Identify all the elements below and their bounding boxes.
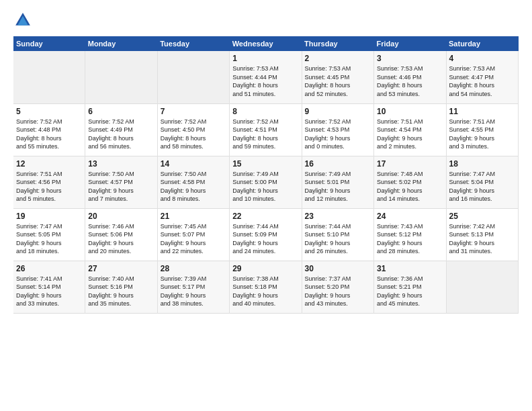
day-number: 19 [16,212,82,221]
day-cell: 30Sunrise: 7:37 AM Sunset: 5:20 PM Dayli… [302,261,373,313]
day-number: 8 [232,107,298,116]
day-cell: 13Sunrise: 7:50 AM Sunset: 4:57 PM Dayli… [85,156,157,208]
day-cell [157,51,229,103]
day-number: 9 [305,107,371,116]
day-number: 27 [88,264,154,273]
day-info: Sunrise: 7:53 AM Sunset: 4:45 PM Dayligh… [305,64,371,98]
day-number: 24 [377,212,443,221]
day-cell: 25Sunrise: 7:42 AM Sunset: 5:13 PM Dayli… [446,208,518,261]
day-number: 13 [88,159,154,169]
day-number: 12 [16,159,82,169]
day-cell: 10Sunrise: 7:51 AM Sunset: 4:54 PM Dayli… [374,103,446,156]
day-info: Sunrise: 7:44 AM Sunset: 5:10 PM Dayligh… [305,222,371,256]
day-number: 7 [161,107,226,116]
day-number: 25 [449,212,515,221]
day-info: Sunrise: 7:39 AM Sunset: 5:17 PM Dayligh… [161,275,226,308]
day-cell: 23Sunrise: 7:44 AM Sunset: 5:10 PM Dayli… [302,208,373,261]
day-info: Sunrise: 7:50 AM Sunset: 4:57 PM Dayligh… [88,170,154,203]
day-info: Sunrise: 7:51 AM Sunset: 4:54 PM Dayligh… [377,118,443,151]
day-info: Sunrise: 7:52 AM Sunset: 4:49 PM Dayligh… [88,118,154,151]
logo-icon [13,11,32,30]
day-info: Sunrise: 7:44 AM Sunset: 5:09 PM Dayligh… [232,222,298,256]
col-wednesday: Wednesday [230,36,302,51]
day-info: Sunrise: 7:36 AM Sunset: 5:21 PM Dayligh… [377,275,443,308]
day-info: Sunrise: 7:45 AM Sunset: 5:07 PM Dayligh… [161,222,226,256]
day-number: 26 [16,264,82,273]
day-info: Sunrise: 7:49 AM Sunset: 5:00 PM Dayligh… [232,170,298,203]
day-number: 18 [449,159,515,169]
day-info: Sunrise: 7:43 AM Sunset: 5:12 PM Dayligh… [377,222,443,256]
day-cell: 7Sunrise: 7:52 AM Sunset: 4:50 PM Daylig… [157,103,229,156]
col-friday: Friday [374,36,446,51]
day-info: Sunrise: 7:48 AM Sunset: 5:02 PM Dayligh… [377,170,443,203]
day-cell: 15Sunrise: 7:49 AM Sunset: 5:00 PM Dayli… [230,156,302,208]
day-info: Sunrise: 7:53 AM Sunset: 4:47 PM Dayligh… [449,64,515,98]
day-cell: 20Sunrise: 7:46 AM Sunset: 5:06 PM Dayli… [85,208,157,261]
day-cell: 3Sunrise: 7:53 AM Sunset: 4:46 PM Daylig… [374,51,446,103]
day-info: Sunrise: 7:52 AM Sunset: 4:51 PM Dayligh… [232,118,298,151]
day-cell: 11Sunrise: 7:51 AM Sunset: 4:55 PM Dayli… [446,103,518,156]
day-info: Sunrise: 7:51 AM Sunset: 4:55 PM Dayligh… [449,118,515,151]
calendar-table: SundayMondayTuesdayWednesdayThursdayFrid… [13,36,519,314]
day-cell: 16Sunrise: 7:49 AM Sunset: 5:01 PM Dayli… [302,156,373,208]
day-cell [446,261,518,313]
day-number: 29 [232,264,298,273]
col-sunday: Sunday [13,36,85,51]
col-thursday: Thursday [302,36,373,51]
day-number: 2 [305,54,371,63]
day-cell: 12Sunrise: 7:51 AM Sunset: 4:56 PM Dayli… [13,156,85,208]
day-info: Sunrise: 7:40 AM Sunset: 5:16 PM Dayligh… [88,275,154,308]
day-info: Sunrise: 7:53 AM Sunset: 4:44 PM Dayligh… [232,64,298,98]
day-cell [85,51,157,103]
header [13,11,519,30]
day-cell: 4Sunrise: 7:53 AM Sunset: 4:47 PM Daylig… [446,51,518,103]
week-row-2: 5Sunrise: 7:52 AM Sunset: 4:48 PM Daylig… [13,103,519,156]
day-info: Sunrise: 7:53 AM Sunset: 4:46 PM Dayligh… [377,64,443,98]
day-info: Sunrise: 7:38 AM Sunset: 5:18 PM Dayligh… [232,275,298,308]
week-row-4: 19Sunrise: 7:47 AM Sunset: 5:05 PM Dayli… [13,208,519,261]
day-number: 30 [305,264,371,273]
day-info: Sunrise: 7:49 AM Sunset: 5:01 PM Dayligh… [305,170,371,203]
day-number: 15 [232,159,298,169]
day-cell: 21Sunrise: 7:45 AM Sunset: 5:07 PM Dayli… [157,208,229,261]
day-number: 10 [377,107,443,116]
page: SundayMondayTuesdayWednesdayThursdayFrid… [0,0,532,411]
col-saturday: Saturday [446,36,518,51]
day-cell: 28Sunrise: 7:39 AM Sunset: 5:17 PM Dayli… [157,261,229,313]
day-number: 1 [232,54,298,63]
header-row: SundayMondayTuesdayWednesdayThursdayFrid… [13,36,519,51]
day-info: Sunrise: 7:51 AM Sunset: 4:56 PM Dayligh… [16,170,82,203]
day-cell: 6Sunrise: 7:52 AM Sunset: 4:49 PM Daylig… [85,103,157,156]
day-cell: 22Sunrise: 7:44 AM Sunset: 5:09 PM Dayli… [230,208,302,261]
day-cell: 18Sunrise: 7:47 AM Sunset: 5:04 PM Dayli… [446,156,518,208]
day-info: Sunrise: 7:50 AM Sunset: 4:58 PM Dayligh… [161,170,226,203]
day-cell: 5Sunrise: 7:52 AM Sunset: 4:48 PM Daylig… [13,103,85,156]
logo [13,11,35,30]
col-monday: Monday [85,36,157,51]
day-info: Sunrise: 7:41 AM Sunset: 5:14 PM Dayligh… [16,275,82,308]
day-number: 22 [232,212,298,221]
day-cell: 29Sunrise: 7:38 AM Sunset: 5:18 PM Dayli… [230,261,302,313]
day-number: 6 [88,107,154,116]
day-info: Sunrise: 7:47 AM Sunset: 5:05 PM Dayligh… [16,222,82,256]
calendar-body: 1Sunrise: 7:53 AM Sunset: 4:44 PM Daylig… [13,51,519,313]
day-info: Sunrise: 7:46 AM Sunset: 5:06 PM Dayligh… [88,222,154,256]
day-cell: 9Sunrise: 7:52 AM Sunset: 4:53 PM Daylig… [302,103,373,156]
day-info: Sunrise: 7:52 AM Sunset: 4:48 PM Dayligh… [16,118,82,151]
day-info: Sunrise: 7:47 AM Sunset: 5:04 PM Dayligh… [449,170,515,203]
week-row-5: 26Sunrise: 7:41 AM Sunset: 5:14 PM Dayli… [13,261,519,313]
day-cell: 2Sunrise: 7:53 AM Sunset: 4:45 PM Daylig… [302,51,373,103]
day-cell: 1Sunrise: 7:53 AM Sunset: 4:44 PM Daylig… [230,51,302,103]
day-info: Sunrise: 7:37 AM Sunset: 5:20 PM Dayligh… [305,275,371,308]
day-number: 20 [88,212,154,221]
day-number: 14 [161,159,226,169]
day-number: 17 [377,159,443,169]
day-cell: 14Sunrise: 7:50 AM Sunset: 4:58 PM Dayli… [157,156,229,208]
day-info: Sunrise: 7:42 AM Sunset: 5:13 PM Dayligh… [449,222,515,256]
day-cell: 8Sunrise: 7:52 AM Sunset: 4:51 PM Daylig… [230,103,302,156]
day-cell: 17Sunrise: 7:48 AM Sunset: 5:02 PM Dayli… [374,156,446,208]
day-number: 5 [16,107,82,116]
day-cell: 27Sunrise: 7:40 AM Sunset: 5:16 PM Dayli… [85,261,157,313]
day-number: 11 [449,107,515,116]
day-number: 28 [161,264,226,273]
